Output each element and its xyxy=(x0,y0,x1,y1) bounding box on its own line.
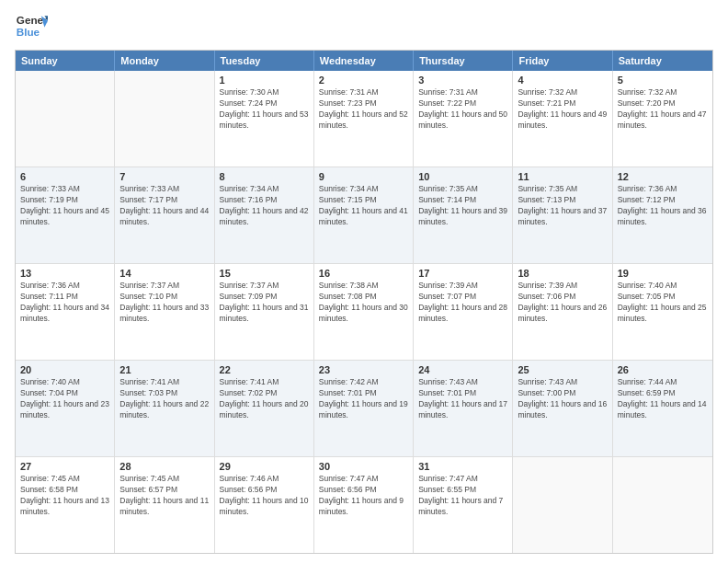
day-of-week-header: Friday xyxy=(513,51,612,71)
calendar-cell: 10Sunrise: 7:35 AMSunset: 7:14 PMDayligh… xyxy=(414,167,513,263)
calendar-cell: 28Sunrise: 7:45 AMSunset: 6:57 PMDayligh… xyxy=(115,457,214,553)
day-info: Sunrise: 7:33 AMSunset: 7:17 PMDaylight:… xyxy=(119,184,209,228)
day-number: 24 xyxy=(418,364,507,375)
day-of-week-header: Sunday xyxy=(16,51,115,71)
day-number: 8 xyxy=(220,171,309,182)
day-info: Sunrise: 7:38 AMSunset: 7:08 PMDaylight:… xyxy=(319,281,408,325)
calendar-cell: 23Sunrise: 7:42 AMSunset: 7:01 PMDayligh… xyxy=(314,361,414,456)
day-info: Sunrise: 7:31 AMSunset: 7:23 PMDaylight:… xyxy=(319,87,408,132)
calendar-cell: 30Sunrise: 7:47 AMSunset: 6:56 PMDayligh… xyxy=(314,457,414,553)
day-number: 18 xyxy=(518,268,607,279)
day-info: Sunrise: 7:43 AMSunset: 7:01 PMDaylight:… xyxy=(418,377,507,421)
day-number: 20 xyxy=(20,364,109,375)
day-info: Sunrise: 7:41 AMSunset: 7:03 PMDaylight:… xyxy=(119,377,209,421)
calendar-cell: 29Sunrise: 7:46 AMSunset: 6:56 PMDayligh… xyxy=(215,457,314,553)
calendar-cell: 25Sunrise: 7:43 AMSunset: 7:00 PMDayligh… xyxy=(513,361,612,456)
logo-icon: General Blue xyxy=(15,9,48,42)
calendar-cell: 22Sunrise: 7:41 AMSunset: 7:02 PMDayligh… xyxy=(215,361,314,456)
day-number: 12 xyxy=(618,171,708,182)
day-number: 13 xyxy=(20,268,109,279)
day-number: 22 xyxy=(220,364,309,375)
day-number: 10 xyxy=(418,171,507,182)
calendar-cell: 15Sunrise: 7:37 AMSunset: 7:09 PMDayligh… xyxy=(215,264,314,360)
calendar-cell xyxy=(115,71,214,167)
day-info: Sunrise: 7:41 AMSunset: 7:02 PMDaylight:… xyxy=(220,377,309,421)
day-info: Sunrise: 7:30 AMSunset: 7:24 PMDaylight:… xyxy=(220,87,309,132)
calendar-cell: 2Sunrise: 7:31 AMSunset: 7:23 PMDaylight… xyxy=(314,71,414,167)
day-info: Sunrise: 7:32 AMSunset: 7:21 PMDaylight:… xyxy=(518,87,607,132)
calendar-cell: 31Sunrise: 7:47 AMSunset: 6:55 PMDayligh… xyxy=(414,457,513,553)
day-info: Sunrise: 7:37 AMSunset: 7:10 PMDaylight:… xyxy=(119,281,209,325)
calendar-cell: 6Sunrise: 7:33 AMSunset: 7:19 PMDaylight… xyxy=(16,167,115,263)
calendar-cell: 20Sunrise: 7:40 AMSunset: 7:04 PMDayligh… xyxy=(16,361,115,456)
day-info: Sunrise: 7:33 AMSunset: 7:19 PMDaylight:… xyxy=(20,184,109,228)
calendar-cell: 19Sunrise: 7:40 AMSunset: 7:05 PMDayligh… xyxy=(613,264,712,360)
calendar-row: 20Sunrise: 7:40 AMSunset: 7:04 PMDayligh… xyxy=(16,360,712,456)
calendar-cell: 3Sunrise: 7:31 AMSunset: 7:22 PMDaylight… xyxy=(414,71,513,167)
calendar-row: 27Sunrise: 7:45 AMSunset: 6:58 PMDayligh… xyxy=(16,456,712,553)
day-number: 31 xyxy=(418,461,507,472)
day-info: Sunrise: 7:40 AMSunset: 7:04 PMDaylight:… xyxy=(20,377,109,421)
calendar-cell: 12Sunrise: 7:36 AMSunset: 7:12 PMDayligh… xyxy=(613,167,712,263)
calendar-cell: 24Sunrise: 7:43 AMSunset: 7:01 PMDayligh… xyxy=(414,361,513,456)
day-info: Sunrise: 7:31 AMSunset: 7:22 PMDaylight:… xyxy=(418,87,507,132)
day-number: 26 xyxy=(618,364,708,375)
day-of-week-header: Thursday xyxy=(414,51,513,71)
day-number: 1 xyxy=(220,75,309,86)
calendar-cell: 27Sunrise: 7:45 AMSunset: 6:58 PMDayligh… xyxy=(16,457,115,553)
day-info: Sunrise: 7:36 AMSunset: 7:11 PMDaylight:… xyxy=(20,281,109,325)
day-number: 21 xyxy=(119,364,209,375)
day-number: 28 xyxy=(119,461,209,472)
header: General Blue xyxy=(15,9,713,42)
calendar-cell: 21Sunrise: 7:41 AMSunset: 7:03 PMDayligh… xyxy=(115,361,214,456)
day-info: Sunrise: 7:39 AMSunset: 7:07 PMDaylight:… xyxy=(418,281,507,325)
calendar-cell: 26Sunrise: 7:44 AMSunset: 6:59 PMDayligh… xyxy=(613,361,712,456)
day-number: 29 xyxy=(220,461,309,472)
day-info: Sunrise: 7:45 AMSunset: 6:57 PMDaylight:… xyxy=(119,474,209,518)
day-info: Sunrise: 7:32 AMSunset: 7:20 PMDaylight:… xyxy=(618,87,708,132)
calendar-cell: 7Sunrise: 7:33 AMSunset: 7:17 PMDaylight… xyxy=(115,167,214,263)
day-info: Sunrise: 7:46 AMSunset: 6:56 PMDaylight:… xyxy=(220,474,309,518)
calendar-cell xyxy=(613,457,712,553)
calendar-cell: 17Sunrise: 7:39 AMSunset: 7:07 PMDayligh… xyxy=(414,264,513,360)
calendar-body: 1Sunrise: 7:30 AMSunset: 7:24 PMDaylight… xyxy=(16,71,712,553)
day-info: Sunrise: 7:37 AMSunset: 7:09 PMDaylight:… xyxy=(220,281,309,325)
calendar-cell xyxy=(16,71,115,167)
day-info: Sunrise: 7:35 AMSunset: 7:13 PMDaylight:… xyxy=(518,184,607,228)
day-number: 19 xyxy=(618,268,708,279)
day-info: Sunrise: 7:40 AMSunset: 7:05 PMDaylight:… xyxy=(618,281,708,325)
calendar-cell: 13Sunrise: 7:36 AMSunset: 7:11 PMDayligh… xyxy=(16,264,115,360)
calendar-cell: 11Sunrise: 7:35 AMSunset: 7:13 PMDayligh… xyxy=(513,167,612,263)
day-number: 4 xyxy=(518,75,607,86)
day-of-week-header: Wednesday xyxy=(314,51,414,71)
day-number: 2 xyxy=(319,75,408,86)
calendar-cell: 5Sunrise: 7:32 AMSunset: 7:20 PMDaylight… xyxy=(613,71,712,167)
day-of-week-header: Tuesday xyxy=(215,51,314,71)
day-number: 27 xyxy=(20,461,109,472)
day-number: 11 xyxy=(518,171,607,182)
day-number: 7 xyxy=(119,171,209,182)
calendar-cell: 9Sunrise: 7:34 AMSunset: 7:15 PMDaylight… xyxy=(314,167,414,263)
day-number: 16 xyxy=(319,268,408,279)
day-number: 14 xyxy=(119,268,209,279)
calendar-row: 13Sunrise: 7:36 AMSunset: 7:11 PMDayligh… xyxy=(16,263,712,360)
day-info: Sunrise: 7:36 AMSunset: 7:12 PMDaylight:… xyxy=(618,184,708,228)
day-number: 15 xyxy=(220,268,309,279)
day-info: Sunrise: 7:39 AMSunset: 7:06 PMDaylight:… xyxy=(518,281,607,325)
day-number: 17 xyxy=(418,268,507,279)
day-of-week-header: Saturday xyxy=(613,51,712,71)
calendar-cell: 14Sunrise: 7:37 AMSunset: 7:10 PMDayligh… xyxy=(115,264,214,360)
day-number: 6 xyxy=(20,171,109,182)
day-info: Sunrise: 7:43 AMSunset: 7:00 PMDaylight:… xyxy=(518,377,607,421)
logo: General Blue xyxy=(15,9,48,42)
page: General Blue SundayMondayTuesdayWednesda… xyxy=(0,0,728,563)
day-info: Sunrise: 7:44 AMSunset: 6:59 PMDaylight:… xyxy=(618,377,708,421)
calendar-row: 1Sunrise: 7:30 AMSunset: 7:24 PMDaylight… xyxy=(16,71,712,167)
calendar-cell: 8Sunrise: 7:34 AMSunset: 7:16 PMDaylight… xyxy=(215,167,314,263)
day-number: 30 xyxy=(319,461,408,472)
calendar: SundayMondayTuesdayWednesdayThursdayFrid… xyxy=(15,50,713,554)
day-of-week-header: Monday xyxy=(115,51,214,71)
day-number: 23 xyxy=(319,364,408,375)
day-number: 3 xyxy=(418,75,507,86)
calendar-row: 6Sunrise: 7:33 AMSunset: 7:19 PMDaylight… xyxy=(16,167,712,263)
